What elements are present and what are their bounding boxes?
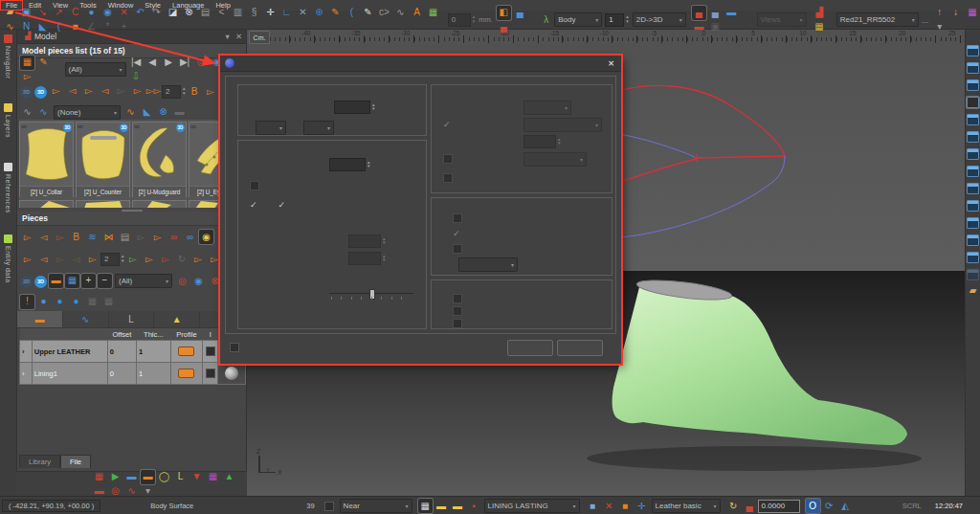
viewport-layout-icon-1[interactable]: [967, 45, 979, 56]
lasting-select[interactable]: LINING LASTING: [484, 499, 580, 513]
export-normals-checkbox[interactable]: ✓: [250, 200, 257, 210]
size-checkbox[interactable]: [324, 502, 334, 511]
body-count-spinner[interactable]: [625, 15, 629, 24]
arrow-up-icon[interactable]: ↑: [932, 6, 947, 20]
normals-icon[interactable]: N: [19, 20, 33, 34]
zoom-icon[interactable]: ◉: [100, 6, 115, 20]
curve-add-icon[interactable]: ∿: [123, 105, 138, 120]
viewport-layout-icon-4[interactable]: [967, 97, 979, 108]
i-checkbox[interactable]: [206, 346, 215, 356]
layer-color-swatch[interactable]: ■: [586, 499, 600, 513]
orange-curve-icon[interactable]: ∿: [3, 20, 17, 34]
thumbnail-u-counter[interactable]: ∞ 3D [2] U_Counter: [76, 122, 130, 197]
clean-icon[interactable]: ⊗: [182, 6, 196, 20]
focus-piece-icon[interactable]: ◎: [194, 56, 209, 70]
next-piece-icon[interactable]: ▶: [162, 56, 176, 70]
delete-icon[interactable]: ✕: [117, 6, 131, 20]
grid-view-icon[interactable]: ▦: [418, 499, 433, 513]
save-icon[interactable]: ▣: [19, 6, 33, 20]
offset-value-input[interactable]: 0.0000: [758, 500, 800, 513]
viewport-layout-icon-8[interactable]: [967, 166, 979, 177]
pair-unlink-icon[interactable]: ∞: [183, 230, 197, 244]
dialog-titlebar[interactable]: ✕: [220, 56, 621, 72]
curve-select-icon[interactable]: ◣: [140, 105, 154, 120]
export-pieces-icon[interactable]: ▦: [92, 470, 106, 484]
first-piece-icon[interactable]: |◀: [129, 56, 144, 70]
seam-piece-icon[interactable]: ▻: [85, 252, 100, 266]
open-file-icon[interactable]: ▰: [3, 6, 17, 20]
eraser-icon[interactable]: ◪: [166, 6, 180, 20]
origin-button[interactable]: O: [806, 499, 820, 513]
expand-arrow-icon[interactable]: ›: [20, 363, 33, 385]
hand-select-icon[interactable]: ●: [36, 295, 51, 309]
grid-snap-icon[interactable]: ▦: [426, 6, 440, 20]
offset-piece-2-icon[interactable]: ◅: [36, 252, 51, 266]
thumbnail-u-collar[interactable]: ∞ 3D [2] U_Collar: [19, 122, 74, 197]
sole-blue-icon[interactable]: ▄: [513, 6, 527, 20]
wrench-icon[interactable]: ✛: [635, 499, 649, 513]
lock-icon[interactable]: ■: [68, 20, 82, 34]
zoom-out-icon[interactable]: −: [98, 274, 112, 288]
lock-a-icon[interactable]: A: [410, 6, 424, 20]
gradient-icon[interactable]: ◧: [497, 6, 511, 20]
thumbnail-partial-3[interactable]: [132, 200, 187, 208]
arrow-down-icon[interactable]: ↓: [948, 6, 963, 20]
tab-library[interactable]: Library: [19, 455, 60, 468]
i-checkbox[interactable]: [206, 369, 215, 378]
remove-piece-icon[interactable]: ◅: [36, 230, 51, 244]
pieces-view-filter-select[interactable]: (All): [115, 274, 172, 288]
palette-icon[interactable]: ▦: [813, 20, 827, 34]
strap-piece-icon[interactable]: ▻: [190, 252, 205, 266]
dialog-close-icon[interactable]: ✕: [606, 59, 616, 68]
table-row[interactable]: › Upper LEATHER 0 1: [20, 341, 246, 363]
redo-icon[interactable]: ↷: [149, 6, 164, 20]
curve-point-icon[interactable]: ∟: [279, 6, 294, 20]
viewport-layout-icon-12[interactable]: [967, 235, 979, 246]
fill-bucket-icon[interactable]: ▼: [189, 470, 204, 484]
scale-factor-spinner[interactable]: [371, 103, 375, 112]
level-icon[interactable]: ◭: [838, 499, 853, 513]
ok-button[interactable]: [507, 340, 553, 356]
copies-input[interactable]: 2: [162, 85, 181, 99]
viewport-layout-icon-5[interactable]: [967, 114, 979, 125]
piece-yellow-icon[interactable]: ▬: [434, 499, 449, 513]
brick-red-icon[interactable]: ▄: [743, 499, 757, 513]
undo-icon[interactable]: ↶: [133, 6, 147, 20]
prev-piece-icon[interactable]: ◀: [145, 56, 160, 70]
ring-icon[interactable]: ◯: [157, 470, 171, 484]
export-piece-icon[interactable]: ⇩: [129, 70, 144, 84]
lasting-red-icon[interactable]: ▄: [692, 6, 706, 20]
pieces-mesh-toggle[interactable]: ▦: [65, 274, 79, 288]
flip-piece-2-icon[interactable]: ◅: [65, 84, 79, 99]
body-count-input[interactable]: 1: [605, 13, 624, 27]
bend-piece-icon[interactable]: ▻: [150, 230, 165, 244]
link-curve-icon[interactable]: c>: [377, 6, 391, 20]
tape-piece-icon[interactable]: ▻: [158, 252, 172, 266]
mirror-piece-icon[interactable]: ▻: [130, 84, 145, 99]
viewport-layout-icon-14[interactable]: [967, 269, 979, 280]
sidetab-entity-data[interactable]: Entity data: [0, 235, 15, 283]
lasting-blue-icon[interactable]: ▄: [708, 6, 723, 20]
curve-low-icon[interactable]: ∿: [20, 105, 34, 120]
curve-delete-icon[interactable]: ⊗: [156, 105, 170, 120]
tab-heel[interactable]: L: [109, 311, 155, 327]
flag-icon[interactable]: ▶: [108, 470, 122, 484]
terrain-icon[interactable]: ▲: [222, 470, 236, 484]
decimals-spinner[interactable]: [367, 161, 370, 169]
edit-piece-icon[interactable]: ✎: [36, 56, 51, 70]
curve-c2-icon[interactable]: (: [52, 20, 66, 34]
tab-curves[interactable]: ∿: [63, 311, 109, 327]
sphere-add-2-icon[interactable]: ●: [69, 295, 83, 309]
offset-piece-icon[interactable]: ▻: [20, 252, 34, 266]
cursor-icon[interactable]: ◣: [35, 20, 50, 34]
position-select[interactable]: [458, 257, 518, 272]
color-grid-icon[interactable]: ▦: [965, 6, 979, 20]
mode-select[interactable]: 2D->3D: [633, 12, 686, 27]
measure-icon[interactable]: ✛: [263, 6, 278, 20]
profile-swatch[interactable]: [178, 346, 194, 356]
more-options-button[interactable]: ...: [922, 15, 929, 25]
pair-link-icon[interactable]: ∞: [167, 230, 181, 244]
bold-piece-icon[interactable]: B: [187, 84, 201, 99]
sole-red-icon[interactable]: ▄: [497, 20, 511, 34]
dup-piece-icon[interactable]: ▤: [118, 230, 132, 244]
